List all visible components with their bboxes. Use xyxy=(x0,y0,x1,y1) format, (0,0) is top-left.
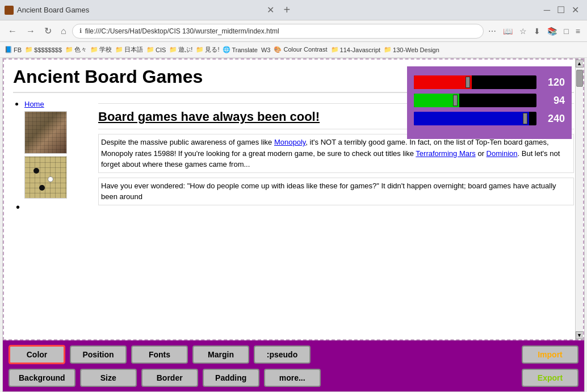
toolbar-row-1: Color Position Fonts Margin :pseudo Impo… xyxy=(9,345,578,364)
board-game-image-1 xyxy=(24,111,67,154)
bookmark-school[interactable]: 📁 学校 xyxy=(90,45,112,54)
restore-button[interactable]: ☐ xyxy=(554,2,568,18)
blue-value: 240 xyxy=(542,113,565,125)
reader-button[interactable]: 📖 xyxy=(501,24,515,38)
bookmarks-bar: 📘 FB 📁 $$$$$$$$ 📁 色々 📁 学校 📁 日本語 📁 CIS 📁 … xyxy=(0,42,587,58)
monopoly-link[interactable]: Monopoly xyxy=(274,138,305,146)
color-widget: 120 94 240 xyxy=(407,66,572,139)
nav-list: Home xyxy=(13,99,93,214)
padding-button[interactable]: Padding xyxy=(203,369,259,387)
download-button[interactable]: ⬇ xyxy=(531,24,543,38)
bookmark-button[interactable]: ☆ xyxy=(517,24,529,38)
blue-bar-fill xyxy=(414,112,529,125)
board-game-image-2 xyxy=(24,156,67,199)
bookmark-w3[interactable]: W3 xyxy=(261,47,271,53)
nav-item-img2 xyxy=(24,156,93,199)
address-bar[interactable]: ℹ file:///C:/Users/Hat/Desktop/CIS 130/w… xyxy=(72,24,484,39)
margin-button[interactable]: Margin xyxy=(192,345,249,364)
more-button[interactable]: more... xyxy=(264,369,321,387)
tab-close-icon[interactable]: ✕ xyxy=(262,3,279,16)
background-button[interactable]: Background xyxy=(9,369,76,387)
green-bar-container[interactable] xyxy=(414,94,536,107)
blue-handle[interactable] xyxy=(523,113,527,124)
address-text: file:///C:/Users/Hat/Desktop/CIS 130/wur… xyxy=(85,27,279,35)
pseudo-button[interactable]: :pseudo xyxy=(254,345,311,364)
collections-button[interactable]: 📚 xyxy=(545,24,559,38)
bookmark-iroiro[interactable]: 📁 色々 xyxy=(65,45,87,54)
red-handle[interactable] xyxy=(466,77,470,88)
bookmark-japanese[interactable]: 📁 日本語 xyxy=(115,45,143,54)
nav-bar: ← → ↻ ⌂ ℹ file:///C:/Users/Hat/Desktop/C… xyxy=(0,20,587,42)
folder-icon-3: 📁 xyxy=(90,46,98,53)
green-bar-fill xyxy=(414,94,459,107)
bookmark-130-web[interactable]: 📁 130-Web Design xyxy=(384,46,439,53)
toolbar-row-2: Background Size Border Padding more... E… xyxy=(9,369,578,387)
favicon-icon xyxy=(5,6,14,15)
translate-icon: 🌐 xyxy=(223,46,230,53)
bookmark-play[interactable]: 📁 遊ぶ! xyxy=(169,45,192,54)
color-button[interactable]: Color xyxy=(9,345,65,364)
page-content: Ancient Board Games 120 94 xyxy=(3,58,584,340)
bookmark-cis[interactable]: 📁 CIS xyxy=(146,46,166,53)
lock-icon: ℹ xyxy=(79,27,82,35)
fonts-button[interactable]: Fonts xyxy=(131,345,188,364)
bookmark-translate[interactable]: 🌐 Translate xyxy=(223,46,257,53)
green-handle[interactable] xyxy=(453,95,458,106)
folder-icon-4: 📁 xyxy=(115,46,123,53)
nav-item-img1 xyxy=(24,111,93,154)
extensions-button[interactable]: □ xyxy=(561,24,571,38)
red-value: 120 xyxy=(542,77,565,88)
folder-icon-6: 📁 xyxy=(169,46,177,53)
minimize-button[interactable]: ─ xyxy=(540,3,554,18)
close-button[interactable]: ✕ xyxy=(568,2,582,18)
scrollbar: ▲ ▼ xyxy=(575,60,583,339)
blue-bar-container[interactable] xyxy=(414,112,536,125)
left-nav: Home xyxy=(13,99,98,216)
red-row: 120 xyxy=(414,75,565,89)
scroll-up-button[interactable]: ▲ xyxy=(576,60,584,68)
folder-icon-9: 📁 xyxy=(384,46,392,53)
export-button[interactable]: Export xyxy=(522,369,578,387)
folder-icon-2: 📁 xyxy=(65,46,73,53)
import-button[interactable]: Import xyxy=(522,345,578,364)
green-value: 94 xyxy=(542,95,565,107)
paragraph-1: Despite the massive public awareness of … xyxy=(98,134,574,173)
nav-item-home: Home xyxy=(24,99,93,109)
blue-row: 240 xyxy=(414,112,565,125)
more-options-button[interactable]: ⋯ xyxy=(486,24,498,38)
red-bar-fill xyxy=(414,75,472,89)
scroll-thumb[interactable] xyxy=(576,70,583,87)
folder-icon-8: 📁 xyxy=(331,46,339,53)
position-button[interactable]: Position xyxy=(70,345,127,364)
paragraph-2: Have you ever wondered: "How do people c… xyxy=(98,178,574,205)
scroll-down-button[interactable]: ▼ xyxy=(576,331,584,339)
red-bar-container[interactable] xyxy=(414,75,536,89)
new-tab-icon[interactable]: + xyxy=(279,3,295,16)
folder-icon-7: 📁 xyxy=(196,46,204,53)
home-button[interactable]: ⌂ xyxy=(57,24,70,39)
back-button[interactable]: ← xyxy=(5,24,20,39)
bookmark-fb[interactable]: 📘 FB xyxy=(5,46,22,53)
green-row: 94 xyxy=(414,94,565,107)
forward-button[interactable]: → xyxy=(23,24,39,39)
bookmark-watch[interactable]: 📁 見る! xyxy=(196,45,219,54)
size-button[interactable]: Size xyxy=(80,369,137,387)
refresh-button[interactable]: ↻ xyxy=(41,23,55,39)
settings-button[interactable]: ≡ xyxy=(573,24,582,38)
bookmark-label: FB xyxy=(14,47,22,53)
terraforming-link[interactable]: Terraforming Mars xyxy=(416,149,475,158)
bookmark-money[interactable]: 📁 $$$$$$$$ xyxy=(25,46,62,53)
bookmark-114-js[interactable]: 📁 114-Javascript xyxy=(331,46,381,53)
dominion-link[interactable]: Dominion xyxy=(487,149,518,158)
tab-title: Ancient Board Games xyxy=(17,6,262,14)
title-bar: Ancient Board Games ✕ + ─ ☐ ✕ xyxy=(0,0,587,20)
bookmark-colour-contrast[interactable]: 🎨 Colour Contrast xyxy=(274,46,327,53)
folder-icon-5: 📁 xyxy=(146,46,154,53)
bottom-toolbar: Color Position Fonts Margin :pseudo Impo… xyxy=(3,340,584,391)
home-link[interactable]: Home xyxy=(24,100,44,108)
nav-item-bullet3: • xyxy=(24,201,93,214)
border-button[interactable]: Border xyxy=(141,369,198,387)
folder-icon: 📁 xyxy=(25,46,33,53)
fb-icon: 📘 xyxy=(5,46,12,53)
